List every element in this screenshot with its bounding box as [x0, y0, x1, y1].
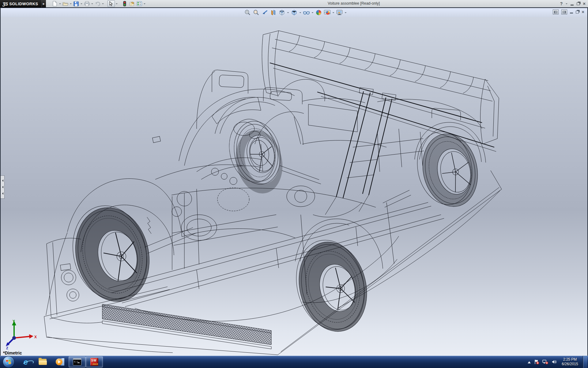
- solidworks-logo-glyph: ƷS: [2, 1, 8, 6]
- solidworks-2015-button[interactable]: SW 2015: [86, 356, 103, 367]
- x-axis-arrow: [29, 334, 33, 339]
- window-separator: [0, 7, 588, 8]
- folder-icon: [39, 359, 47, 365]
- rebuild-traffic-light-icon: [123, 1, 126, 6]
- solidworks-2015-icon: SW 2015: [90, 358, 98, 366]
- close-button[interactable]: ×: [583, 2, 586, 5]
- x-axis-label: X: [34, 335, 37, 339]
- restore-button[interactable]: [577, 2, 580, 5]
- taskbar-clock[interactable]: 2:25 PM 6/26/2015: [560, 357, 580, 366]
- save-button[interactable]: [73, 1, 80, 7]
- undo-dropdown[interactable]: [102, 1, 104, 7]
- chassis-floor: [44, 171, 502, 355]
- start-button[interactable]: [0, 356, 17, 368]
- print-button[interactable]: [84, 1, 90, 7]
- start-orb-icon: [3, 356, 14, 368]
- options-dropdown[interactable]: [143, 1, 146, 7]
- rear-left-wheel: [287, 232, 376, 339]
- window-title: Voiture assomblee [Read-only]: [328, 1, 380, 6]
- windows-media-player-button[interactable]: [51, 356, 69, 368]
- show-desktop-button[interactable]: [583, 356, 587, 368]
- help-button[interactable]: ?: [560, 1, 563, 6]
- options-button[interactable]: [136, 1, 143, 7]
- chassis-rails: [108, 189, 444, 307]
- select-button[interactable]: [107, 0, 115, 7]
- clock-time: 2:25 PM: [560, 357, 580, 362]
- save-icon: [74, 1, 79, 6]
- volume-icon[interactable]: [552, 359, 557, 364]
- view-orientation-label: *Dimetric: [3, 351, 22, 355]
- graphics-viewport[interactable]: ×: [0, 8, 588, 356]
- print-icon: [84, 1, 90, 6]
- y-axis-label: Y: [13, 319, 15, 324]
- front-mesh-grille: [102, 304, 271, 349]
- command-prompt-button[interactable]: C:\: [69, 356, 86, 367]
- rebuild-button[interactable]: [121, 1, 128, 7]
- system-tray: 2:25 PM 6/26/2015: [528, 356, 588, 368]
- clock-date: 6/26/2015: [560, 362, 580, 366]
- show-hidden-icons-button[interactable]: [528, 360, 531, 363]
- title-bar: ƷS SOLIDWORKS ▶ Vo: [0, 0, 588, 7]
- new-document-button[interactable]: [51, 1, 58, 7]
- open-icon: [62, 1, 69, 6]
- minimize-button[interactable]: [571, 5, 574, 6]
- open-button[interactable]: [62, 1, 69, 7]
- network-disconnected-icon[interactable]: [542, 359, 548, 365]
- windows-explorer-button[interactable]: [34, 356, 51, 368]
- open-dropdown[interactable]: [70, 1, 72, 7]
- file-properties-button[interactable]: [129, 1, 135, 7]
- wireframe-race-car[interactable]: [1, 8, 587, 356]
- undo-button[interactable]: [94, 1, 101, 7]
- window-controls: ? ×: [560, 0, 586, 7]
- action-center-flag-icon[interactable]: [534, 359, 539, 365]
- select-cursor-icon: [109, 1, 113, 6]
- save-dropdown[interactable]: [80, 1, 83, 7]
- internet-explorer-button[interactable]: e: [17, 356, 34, 368]
- solidworks-logo-text: SOLIDWORKS: [9, 2, 38, 6]
- front-right-wheel: [224, 114, 288, 198]
- command-prompt-icon: C:\: [73, 358, 81, 366]
- windows-taskbar: e C:\ SW 2015: [0, 356, 588, 368]
- media-player-icon: [56, 358, 64, 366]
- solidworks-year-badge: 2015: [92, 363, 98, 366]
- internet-explorer-icon: e: [24, 358, 28, 365]
- rear-wing: [262, 31, 499, 215]
- reference-triad: Y X Z: [4, 319, 37, 350]
- select-dropdown[interactable]: [115, 1, 118, 7]
- z-axis-label: Z: [6, 346, 8, 350]
- new-document-dropdown[interactable]: [59, 1, 62, 7]
- options-icon: [137, 1, 142, 6]
- file-properties-icon: [129, 1, 135, 6]
- new-document-icon: [52, 1, 57, 6]
- help-dropdown[interactable]: [566, 3, 567, 5]
- solidworks-logo: ƷS SOLIDWORKS: [0, 0, 41, 7]
- print-dropdown[interactable]: [91, 1, 94, 7]
- front-left-wheel: [63, 197, 159, 310]
- menu-expand-arrow[interactable]: ▶: [41, 0, 46, 7]
- main-toolbar: [51, 0, 146, 7]
- undo-icon: [95, 1, 100, 6]
